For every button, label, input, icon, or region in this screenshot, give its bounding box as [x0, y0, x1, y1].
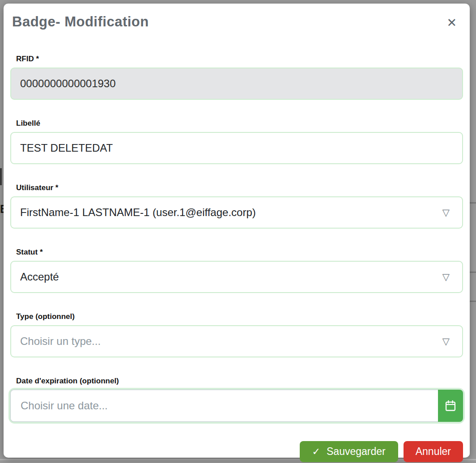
- cancel-button[interactable]: Annuler: [404, 441, 463, 462]
- type-select[interactable]: Choisir un type... ▽: [10, 325, 463, 357]
- backdrop-line-fragment: [470, 272, 476, 273]
- utilisateur-label: Utilisateur *: [10, 183, 463, 192]
- close-icon[interactable]: ✕: [446, 13, 463, 29]
- rfid-input: [20, 68, 453, 99]
- expiration-input-group: [10, 390, 463, 422]
- statut-select[interactable]: Accepté ▽: [10, 261, 463, 293]
- save-button-label: Sauvegarder: [327, 446, 386, 458]
- cancel-button-label: Annuler: [416, 446, 451, 458]
- modal-header: Badge- Modification ✕: [10, 13, 463, 30]
- modal-title: Badge- Modification: [12, 13, 149, 30]
- rfid-input-wrapper: [10, 68, 463, 100]
- badge-modification-modal: Badge- Modification ✕ RFID * Libellé Uti…: [4, 4, 470, 458]
- rfid-label: RFID *: [10, 55, 463, 64]
- expiration-input-wrapper: [10, 390, 438, 422]
- type-field-group: Type (optionnel) Choisir un type... ▽: [10, 312, 463, 357]
- type-placeholder: Choisir un type...: [20, 335, 453, 348]
- type-label: Type (optionnel): [10, 312, 463, 321]
- utilisateur-select[interactable]: FirstName-1 LASTNAME-1 (user.1@eiffage.c…: [10, 196, 463, 229]
- statut-selected-value: Accepté: [20, 271, 453, 283]
- calendar-icon: [444, 399, 457, 412]
- calendar-picker-button[interactable]: [438, 390, 463, 422]
- libelle-label: Libellé: [10, 119, 463, 128]
- backdrop-line-fragment: [470, 301, 476, 302]
- expiration-label: Date d'expiration (optionnel): [10, 377, 463, 386]
- chevron-down-icon: ▽: [442, 207, 450, 218]
- chevron-down-icon: ▽: [442, 272, 450, 282]
- expiration-field-group: Date d'expiration (optionnel): [10, 377, 463, 422]
- backdrop-fragment: [0, 168, 2, 185]
- expiration-date-input[interactable]: [20, 399, 429, 412]
- libelle-input-wrapper: [10, 132, 463, 164]
- statut-field-group: Statut * Accepté ▽: [10, 248, 463, 293]
- libelle-input[interactable]: [20, 133, 453, 163]
- rfid-field-group: RFID *: [10, 55, 463, 100]
- backdrop-line-fragment: [470, 202, 476, 204]
- statut-label: Statut *: [10, 248, 463, 257]
- modal-footer: ✓ Sauvegarder Annuler: [10, 441, 463, 463]
- chevron-down-icon: ▽: [442, 336, 450, 347]
- save-button[interactable]: ✓ Sauvegarder: [300, 441, 398, 462]
- libelle-field-group: Libellé: [10, 119, 463, 164]
- utilisateur-field-group: Utilisateur * FirstName-1 LASTNAME-1 (us…: [10, 183, 463, 229]
- utilisateur-selected-value: FirstName-1 LASTNAME-1 (user.1@eiffage.c…: [20, 206, 453, 219]
- check-icon: ✓: [312, 446, 320, 458]
